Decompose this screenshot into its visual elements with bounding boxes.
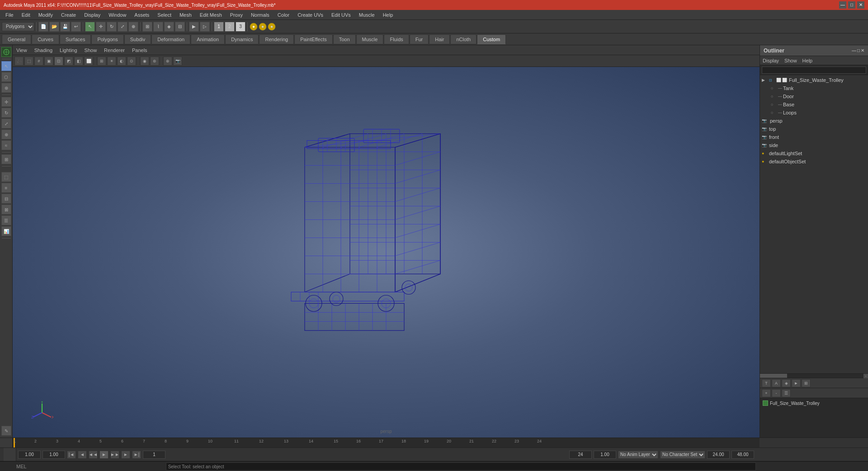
viewport-canvas[interactable]: .wire { stroke: #2828bb; stroke-width: 1… (13, 67, 760, 438)
film-gate-btn[interactable]: ▣ (44, 57, 53, 66)
tree-item-side[interactable]: 📷 side (760, 141, 868, 149)
move-tool-button[interactable]: ✛ (96, 22, 106, 32)
snapshot-btn[interactable]: 📷 (173, 57, 182, 66)
menu-window[interactable]: Window (105, 11, 130, 19)
wireframe-btn[interactable]: ⊡ (54, 57, 63, 66)
layer-delete-btn[interactable]: - (772, 389, 781, 397)
tab-polygons[interactable]: Polygons (91, 34, 123, 44)
playback-start-field[interactable] (18, 451, 41, 459)
display-layer-tool[interactable]: ≡ (1, 183, 11, 193)
outliner-close[interactable]: ✕ (861, 48, 864, 53)
outliner-btn-2[interactable]: A (772, 379, 781, 387)
camera-btn[interactable]: 🎥 (14, 57, 24, 66)
show-all-btn[interactable]: ⊛ (150, 57, 159, 66)
tab-curves[interactable]: Curves (32, 34, 59, 44)
outliner-tool[interactable]: ☰ (1, 215, 11, 225)
playback-end-field[interactable] (569, 451, 592, 459)
outliner-show-menu[interactable]: Show (784, 58, 797, 63)
grid-btn[interactable]: # (34, 57, 43, 66)
rotate-tool[interactable]: ↻ (1, 108, 11, 118)
graph-editor-tool[interactable]: 📊 (1, 226, 11, 236)
view-menu[interactable]: View (16, 48, 27, 53)
light-btn[interactable]: ☀ (107, 57, 116, 66)
light-button-1[interactable]: ● (250, 23, 258, 31)
tab-dynamics[interactable]: Dynamics (225, 34, 259, 44)
close-button[interactable]: ✕ (857, 1, 864, 9)
tree-item-persp[interactable]: 📷 persp (760, 117, 868, 125)
panels-menu[interactable]: Panels (132, 48, 147, 53)
new-scene-button[interactable]: 📄 (38, 22, 48, 32)
outliner-tree[interactable]: ▶ ⊡ ⬜ ⬜ Full_Size_Waste_Trolley ○ — Tank… (760, 75, 868, 373)
ipr-render-button[interactable]: ▷ (200, 22, 210, 32)
anim-end-field[interactable] (707, 451, 730, 459)
menu-edit[interactable]: Edit (18, 11, 34, 19)
scroll-right-btn[interactable]: › (863, 374, 868, 378)
undo-button[interactable]: ↩ (71, 22, 81, 32)
tab-general[interactable]: General (2, 34, 31, 44)
menu-select[interactable]: Select (154, 11, 175, 19)
tab-rendering[interactable]: Rendering (259, 34, 294, 44)
render-region-tool[interactable]: ⬚ (1, 172, 11, 182)
tab-fur[interactable]: Fur (410, 34, 429, 44)
anim-start-field[interactable] (42, 451, 65, 459)
tab-muscle[interactable]: Muscle (356, 34, 384, 44)
paint-select-tool[interactable]: ⊛ (1, 83, 11, 93)
play-forward2-btn[interactable]: ►► (110, 451, 119, 459)
texture-btn[interactable]: ⊞ (97, 57, 106, 66)
anim-start-2-field[interactable] (594, 451, 616, 459)
menu-mesh[interactable]: Mesh (176, 11, 195, 19)
outliner-btn-4[interactable]: ► (792, 379, 801, 387)
menu-muscle[interactable]: Muscle (355, 11, 378, 19)
tab-toon[interactable]: Toon (333, 34, 356, 44)
show-menu[interactable]: Show (85, 48, 97, 53)
tab-subdivs[interactable]: Subdiv (124, 34, 151, 44)
tab-ncloth[interactable]: nCloth (450, 34, 476, 44)
tree-item-default-light-set[interactable]: ● defaultLightSet (760, 149, 868, 157)
current-frame-field[interactable] (143, 451, 165, 459)
menu-edit-mesh[interactable]: Edit Mesh (196, 11, 226, 19)
mode-dropdown[interactable]: Polygons (2, 22, 34, 31)
outliner-btn-1[interactable]: T (762, 379, 771, 387)
menu-assets[interactable]: Assets (131, 11, 153, 19)
tree-item-top[interactable]: 📷 top (760, 125, 868, 133)
mel-input[interactable] (30, 464, 166, 469)
timeline-ruler[interactable]: 1 2 3 4 5 6 7 8 9 10 11 12 13 14 15 16 1… (13, 438, 760, 447)
save-scene-button[interactable]: 💾 (60, 22, 70, 32)
script-editor-button[interactable]: ✎ (1, 426, 11, 436)
maximize-button[interactable]: □ (848, 1, 855, 9)
window-controls[interactable]: — □ ✕ (839, 1, 864, 9)
menu-help[interactable]: Help (379, 11, 397, 19)
outliner-help-menu[interactable]: Help (802, 58, 813, 63)
xray-btn[interactable]: ⊙ (127, 57, 136, 66)
tree-item-door[interactable]: ○ — Door (760, 92, 868, 100)
snap-grid-button[interactable]: ⊞ (142, 22, 152, 32)
layer-row-default[interactable]: Full_Size_Waste_Trolley (762, 399, 866, 407)
transform-tool-icon[interactable] (1, 47, 11, 57)
attr-editor-tool[interactable]: ⊠ (1, 205, 11, 214)
tree-item-default-object-set[interactable]: ● defaultObjectSet (760, 157, 868, 166)
lighting-menu[interactable]: Lighting (60, 48, 77, 53)
bounding-box-btn[interactable]: ⬜ (84, 57, 93, 66)
smooth-shade-btn[interactable]: ◩ (64, 57, 73, 66)
menu-modify[interactable]: Modify (35, 11, 57, 19)
tree-item-front[interactable]: 📷 front (760, 133, 868, 141)
menu-display[interactable]: Display (80, 11, 104, 19)
menu-edit-uvs[interactable]: Edit UVs (328, 11, 354, 19)
display-mode-3[interactable]: 3 (236, 22, 245, 32)
render-button[interactable]: ▶ (189, 22, 199, 32)
frame-rate-field[interactable] (731, 451, 754, 459)
light-button-2[interactable]: ● (259, 23, 267, 31)
light-button-3[interactable]: ● (268, 23, 276, 31)
tab-deformation[interactable]: Deformation (151, 34, 190, 44)
tree-item-base[interactable]: ○ — Base (760, 100, 868, 109)
shading-menu[interactable]: Shading (34, 48, 52, 53)
lasso-tool[interactable]: ⬡ (1, 72, 11, 82)
isolate-btn[interactable]: ◉ (140, 57, 149, 66)
universal-tool[interactable]: ⊕ (1, 129, 11, 139)
menu-create[interactable]: Create (57, 11, 80, 19)
outliner-btn-5[interactable]: ⊞ (802, 379, 811, 387)
snap-view-button[interactable]: ⊟ (175, 22, 185, 32)
open-scene-button[interactable]: 📂 (49, 22, 59, 32)
rotate-tool-button[interactable]: ↻ (107, 22, 117, 32)
display-mode-1[interactable]: 1 (214, 22, 224, 32)
